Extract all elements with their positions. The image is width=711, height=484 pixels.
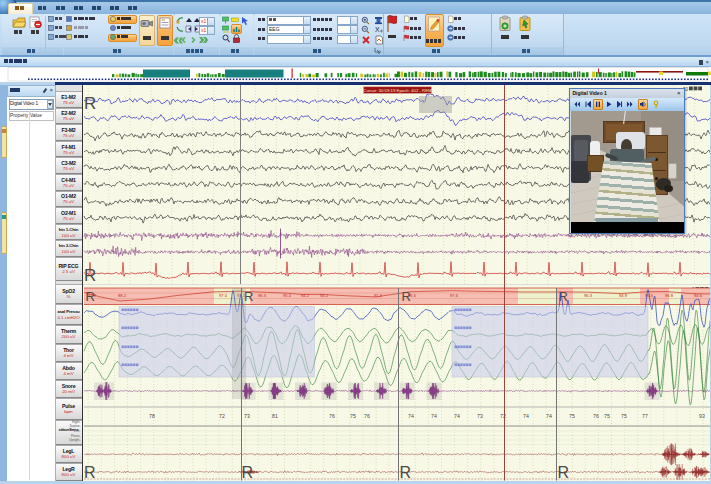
svg-text:77: 77 [642,412,648,418]
svg-text:X: X [375,26,380,33]
svg-text:75: 75 [604,412,610,418]
svg-text:74: 74 [431,412,437,418]
svg-text:96.3: 96.3 [584,293,593,298]
svg-text:73: 73 [477,412,483,418]
svg-text:Cursor: 30:59:19 Epoch: 402 -: Cursor: 30:59:19 Epoch: 402 - REM [363,87,432,92]
svg-text:R: R [84,265,96,284]
svg-text:72: 72 [219,412,225,418]
svg-text:78: 78 [149,412,155,418]
svg-text:88.2: 88.2 [118,293,127,298]
svg-text:74: 74 [523,412,529,418]
svg-text:R: R [402,289,411,304]
svg-text:91.9: 91.9 [374,293,383,298]
svg-text:R: R [242,463,254,480]
svg-text:93: 93 [699,412,705,418]
svg-text:94.2: 94.2 [320,293,329,298]
svg-text:76: 76 [593,412,599,418]
svg-text:R: R [84,463,96,480]
svg-text:75: 75 [350,412,356,418]
svg-text:R: R [84,94,96,113]
svg-text:76: 76 [364,412,370,418]
svg-text:76: 76 [329,412,335,418]
svg-text:R: R [86,289,95,304]
svg-text:96.8: 96.8 [665,293,674,298]
svg-text:94.9: 94.9 [619,293,628,298]
svg-text:94.2: 94.2 [301,293,310,298]
svg-text:74: 74 [546,412,552,418]
svg-text:R: R [558,463,570,480]
svg-text:97.6: 97.6 [450,293,459,298]
svg-text:95.4: 95.4 [283,293,292,298]
svg-text:74: 74 [408,412,414,418]
svg-text:R: R [400,463,412,480]
svg-text:74: 74 [454,412,460,418]
svg-text:73: 73 [244,412,250,418]
svg-text:75: 75 [621,412,627,418]
svg-text:97.0: 97.0 [219,293,228,298]
svg-text:96.3: 96.3 [258,293,267,298]
svg-text:72: 72 [500,412,506,418]
svg-text:81: 81 [272,412,278,418]
svg-text:94.6: 94.6 [694,293,703,298]
svg-text:75: 75 [569,412,575,418]
